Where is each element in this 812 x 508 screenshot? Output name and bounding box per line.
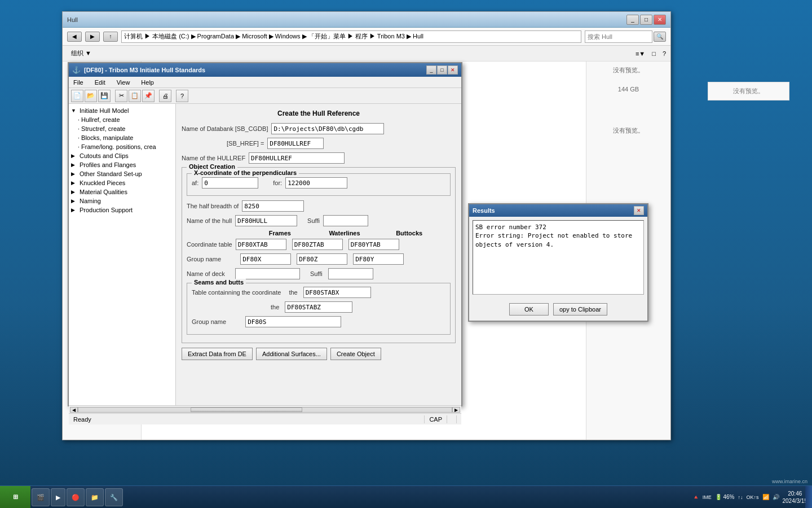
group-waterlines-input[interactable] xyxy=(297,253,347,265)
toolbar-paste-btn[interactable]: 📌 xyxy=(142,90,155,102)
tribon-minimize-btn[interactable]: _ xyxy=(426,65,436,75)
tree-item-structref[interactable]: · Structref, create xyxy=(69,124,175,133)
tree-item-material[interactable]: ▶ Material Qualities xyxy=(69,187,175,196)
search-input[interactable] xyxy=(585,30,652,43)
toolbar-print-btn[interactable]: 🖨 xyxy=(159,90,171,102)
group-buttocks-input[interactable] xyxy=(353,253,404,265)
tree-item-frame[interactable]: · Frame/long. positions, crea xyxy=(69,142,175,151)
tree-item-blocks-label: Blocks, manipulate xyxy=(81,134,133,141)
menu-view[interactable]: View xyxy=(114,79,133,86)
results-close-btn[interactable]: ✕ xyxy=(634,206,644,215)
scrollbar-h[interactable]: ◀ ▶ xyxy=(69,405,461,413)
details-pane-btn[interactable]: □ xyxy=(652,50,656,57)
group-name2-label: Group name xyxy=(192,318,226,325)
tree-item-production[interactable]: ▶ Production Support xyxy=(69,205,175,214)
tree-item-blocks[interactable]: · Blocks, manipulate xyxy=(69,133,175,142)
menu-edit[interactable]: Edit xyxy=(92,79,108,86)
taskbar-item-4[interactable]: 📁 xyxy=(86,488,104,506)
toolbar-save-btn[interactable]: 💾 xyxy=(98,90,111,102)
results-ok-btn[interactable]: OK xyxy=(509,303,549,316)
tree-item-naming[interactable]: ▶ Naming xyxy=(69,196,175,205)
tribon-icon: ⚓ xyxy=(72,66,81,74)
group-name2-input[interactable] xyxy=(245,316,341,327)
search-btn[interactable]: 🔍 xyxy=(654,32,666,42)
view-options-btn[interactable]: ≡▼ xyxy=(636,50,645,57)
bottom-buttons: Extract Data from DE Additional Surfaces… xyxy=(182,348,456,360)
right-preview-panel: 没有预览。 xyxy=(708,82,789,100)
suffi-label: Suffi xyxy=(307,217,320,224)
table-coord-input2[interactable] xyxy=(285,301,352,313)
address-path[interactable]: 计算机 ▶ 本地磁盘 (C:) ▶ ProgramData ▶ Microsof… xyxy=(121,30,581,43)
taskbar-item-1[interactable]: 🎬 xyxy=(32,488,50,506)
tree-item-hullref[interactable]: · Hullref, create xyxy=(69,115,175,124)
explorer-maximize-btn[interactable]: □ xyxy=(640,15,652,25)
up-btn[interactable]: ↑ xyxy=(103,32,118,42)
show-desktop-btn[interactable] xyxy=(805,486,812,509)
x-coord-legend: X-coordinate of the perpendiculars xyxy=(192,169,299,176)
hullref-input[interactable] xyxy=(249,152,345,164)
group-name-label: Group name xyxy=(187,256,221,262)
scroll-right-btn[interactable]: ▶ xyxy=(452,407,460,413)
tray-clock[interactable]: 20:46 2024/3/15 xyxy=(783,490,808,505)
group-frames-input[interactable] xyxy=(240,253,291,265)
sb-href-input[interactable] xyxy=(267,138,324,149)
deck-suffi-input[interactable] xyxy=(328,268,373,279)
half-breadth-input[interactable] xyxy=(242,200,304,212)
taskbar-items: 🎬 ▶ 🔴 📁 🔧 xyxy=(30,486,688,508)
tree-expand-production: ▶ xyxy=(71,207,78,213)
status-bar: Ready CAP xyxy=(69,413,461,424)
toolbar-help-btn[interactable]: ? xyxy=(176,90,188,102)
tree-item-cutouts[interactable]: ▶ Cutouts and Clips xyxy=(69,151,175,160)
databank-group: Name of Databank [SB_CGDB] xyxy=(182,123,456,134)
tree-item-profiles[interactable]: ▶ Profiles and Flanges xyxy=(69,160,175,169)
explorer-minimize-btn[interactable]: _ xyxy=(626,15,639,25)
tree-expand-knuckled: ▶ xyxy=(71,180,78,186)
extract-btn[interactable]: Extract Data from DE xyxy=(182,348,253,360)
databank-input[interactable] xyxy=(271,123,384,134)
deck-input[interactable] xyxy=(235,268,300,279)
for-input[interactable] xyxy=(285,177,347,189)
taskbar-item-2[interactable]: ▶ xyxy=(51,488,65,506)
tray-time: 20:46 xyxy=(783,490,808,497)
af-input[interactable] xyxy=(202,177,258,189)
toolbar-open-btn[interactable]: 📂 xyxy=(85,90,97,102)
coord-frames-input[interactable] xyxy=(236,239,286,250)
af-for-group: af: for: xyxy=(192,177,445,189)
tree-item-hull-model[interactable]: ▼ Initiate Hull Model xyxy=(69,106,175,115)
additional-surfaces-btn[interactable]: Additional Surfaces... xyxy=(256,348,327,360)
toolbar-new-btn[interactable]: 📄 xyxy=(71,90,83,102)
tree-item-knuckled[interactable]: ▶ Knuckled Pieces xyxy=(69,178,175,187)
coord-waterlines-input[interactable] xyxy=(292,239,343,250)
create-object-btn[interactable]: Create Object xyxy=(330,348,381,360)
menu-file[interactable]: File xyxy=(71,79,86,86)
taskbar-item-5[interactable]: 🔧 xyxy=(105,488,123,506)
scroll-track[interactable] xyxy=(78,407,452,413)
tree-item-other[interactable]: ▶ Other Standard Set-up xyxy=(69,169,175,178)
frames-header: Frames xyxy=(249,230,311,237)
scroll-thumb[interactable] xyxy=(191,408,303,412)
tribon-restore-btn[interactable]: □ xyxy=(437,65,447,75)
help-btn[interactable]: ? xyxy=(663,50,666,57)
suffi-input[interactable] xyxy=(323,215,368,226)
back-btn[interactable]: ◀ xyxy=(67,32,82,42)
explorer-close-btn[interactable]: ✕ xyxy=(654,15,666,25)
menu-help[interactable]: Help xyxy=(139,79,156,86)
the1-label: the xyxy=(289,289,297,296)
organize-btn[interactable]: 组织 ▼ xyxy=(67,47,95,59)
toolbar-copy-btn[interactable]: 📋 xyxy=(129,90,141,102)
tree-item-cutouts-label: Cutouts and Clips xyxy=(80,152,129,159)
tribon-close-btn[interactable]: ✕ xyxy=(448,65,458,75)
tribon-dialog: ⚓ [DF80] - Tribon M3 Initiate Hull Stand… xyxy=(68,62,462,406)
hull-name-input[interactable] xyxy=(235,215,297,226)
results-copy-btn[interactable]: opy to Clipboar xyxy=(553,303,607,316)
table-coord-input1[interactable] xyxy=(303,287,371,298)
start-button[interactable]: ⊞ xyxy=(0,486,30,509)
forward-btn[interactable]: ▶ xyxy=(85,32,100,42)
coord-buttocks-input[interactable] xyxy=(348,239,399,250)
status-ready: Ready xyxy=(73,416,91,423)
table-coord-label: Table containning the coordinate xyxy=(192,289,281,296)
scroll-left-btn[interactable]: ◀ xyxy=(70,407,78,413)
toolbar-cut-btn[interactable]: ✂ xyxy=(115,90,127,102)
group-name2-group: Group name xyxy=(192,316,445,327)
taskbar-item-3[interactable]: 🔴 xyxy=(67,488,85,506)
